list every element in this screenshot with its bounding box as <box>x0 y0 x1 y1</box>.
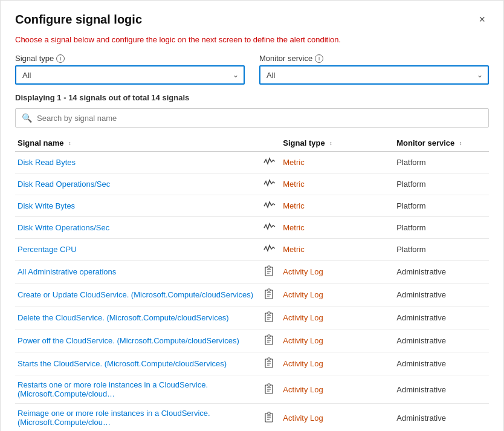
signal-name-link[interactable]: Disk Write Bytes <box>18 201 75 210</box>
monitor-service-label: Monitor service i <box>259 54 489 63</box>
svg-rect-29 <box>268 384 270 386</box>
svg-rect-24 <box>268 358 270 360</box>
filter-row: Signal type i All Metric Activity Log ⌄ … <box>15 54 489 85</box>
activity-log-icon <box>265 334 274 345</box>
signal-icon-cell <box>261 404 280 432</box>
table-row: Starts the CloudService. (Microsoft.Comp… <box>15 352 489 375</box>
signal-type-value: Activity Log <box>283 313 323 322</box>
signal-type-cell: Activity Log <box>280 284 375 306</box>
spacer-cell <box>375 306 394 329</box>
spacer-cell <box>375 404 394 432</box>
signal-name-cell: Restarts one or more role instances in a… <box>15 375 261 404</box>
signal-type-cell: Activity Log <box>280 261 375 284</box>
signal-type-value: Activity Log <box>283 413 323 423</box>
monitor-service-sort-icon[interactable]: ↕ <box>459 141 462 146</box>
spacer-cell <box>375 375 394 404</box>
signal-type-value: Activity Log <box>283 385 323 394</box>
signal-name-link[interactable]: All Administrative operations <box>18 267 116 276</box>
signals-table: Signal name ↕ Signal type ↕ Monitor serv… <box>15 135 489 431</box>
monitor-service-cell: Administrative <box>394 261 489 284</box>
svg-rect-4 <box>268 266 270 268</box>
signal-name-sort-icon[interactable]: ↕ <box>68 141 71 146</box>
info-text: Choose a signal below and configure the … <box>15 35 489 44</box>
signal-type-info-icon[interactable]: i <box>56 54 65 63</box>
signal-type-cell: Metric <box>280 152 375 173</box>
signal-type-cell: Metric <box>280 173 375 195</box>
signal-name-link[interactable]: Disk Read Operations/Sec <box>18 180 110 189</box>
signal-type-cell: Metric <box>280 217 375 239</box>
signal-icon-cell <box>261 352 280 375</box>
signal-type-cell: Activity Log <box>280 375 375 404</box>
spacer-cell <box>375 284 394 306</box>
svg-rect-9 <box>268 289 270 291</box>
signal-name-link[interactable]: Starts the CloudService. (Microsoft.Comp… <box>18 359 227 368</box>
spacer-cell <box>375 329 394 352</box>
signal-name-link[interactable]: Disk Write Operations/Sec <box>18 223 109 232</box>
signal-icon-cell <box>261 152 280 173</box>
signal-type-group: Signal type i All Metric Activity Log ⌄ <box>15 54 245 85</box>
signal-type-select-wrapper: All Metric Activity Log ⌄ <box>15 65 245 85</box>
signal-type-cell: Activity Log <box>280 352 375 375</box>
metric-chart-icon <box>263 200 276 210</box>
table-row: Percentage CPUMetricPlatform <box>15 239 489 261</box>
configure-signal-logic-panel: Configure signal logic × Choose a signal… <box>0 0 504 431</box>
signal-type-value: Activity Log <box>283 359 323 368</box>
table-row: Power off the CloudService. (Microsoft.C… <box>15 329 489 352</box>
th-icon <box>261 135 280 152</box>
signal-name-link[interactable]: Disk Read Bytes <box>18 158 76 167</box>
th-icon2 <box>375 135 394 152</box>
signal-icon-cell <box>261 261 280 284</box>
monitor-service-cell: Platform <box>394 152 489 173</box>
signal-icon-cell <box>261 195 280 217</box>
signal-name-link[interactable]: Restarts one or more role instances in a… <box>18 380 208 398</box>
monitor-service-info-icon[interactable]: i <box>315 54 323 63</box>
signal-name-cell: Disk Read Operations/Sec <box>15 173 261 195</box>
activity-log-icon <box>265 311 274 322</box>
signal-icon-cell <box>261 173 280 195</box>
metric-chart-icon <box>263 244 276 253</box>
signal-icon-cell <box>261 375 280 404</box>
signal-icon-cell <box>261 284 280 306</box>
svg-rect-14 <box>268 312 270 314</box>
metric-chart-icon <box>263 222 276 232</box>
signal-name-cell: Disk Write Operations/Sec <box>15 217 261 239</box>
signal-icon-cell <box>261 239 280 261</box>
table-row: Create or Update CloudService. (Microsof… <box>15 284 489 306</box>
signal-name-link[interactable]: Power off the CloudService. (Microsoft.C… <box>18 336 239 345</box>
signal-type-cell: Metric <box>280 239 375 261</box>
activity-log-icon <box>265 412 274 423</box>
signal-type-value: Activity Log <box>283 336 323 345</box>
signal-name-cell: Starts the CloudService. (Microsoft.Comp… <box>15 352 261 375</box>
metric-chart-icon <box>263 178 276 188</box>
monitor-service-cell: Administrative <box>394 404 489 432</box>
signal-type-value: Metric <box>283 223 304 232</box>
signal-name-link[interactable]: Percentage CPU <box>18 245 77 254</box>
signal-type-value: Metric <box>283 245 304 254</box>
monitor-service-group: Monitor service i All Platform Administr… <box>259 54 489 85</box>
monitor-service-cell: Administrative <box>394 329 489 352</box>
signal-type-cell: Activity Log <box>280 404 375 432</box>
close-button[interactable]: × <box>475 13 489 26</box>
signal-name-link[interactable]: Create or Update CloudService. (Microsof… <box>18 290 253 299</box>
panel-title: Configure signal logic <box>15 13 142 27</box>
signal-name-link[interactable]: Delete the CloudService. (Microsoft.Comp… <box>18 313 229 322</box>
signal-icon-cell <box>261 217 280 239</box>
monitor-service-cell: Administrative <box>394 306 489 329</box>
activity-log-icon <box>265 383 274 394</box>
signal-name-link[interactable]: Reimage one or more role instances in a … <box>18 409 210 427</box>
monitor-service-select[interactable]: All Platform Administrative <box>259 65 489 85</box>
signal-type-value: Metric <box>283 180 304 189</box>
signal-type-value: Activity Log <box>283 290 323 299</box>
activity-log-icon <box>265 265 274 276</box>
table-header: Signal name ↕ Signal type ↕ Monitor serv… <box>15 135 489 152</box>
spacer-cell <box>375 239 394 261</box>
table-row: Restarts one or more role instances in a… <box>15 375 489 404</box>
signal-name-cell: All Administrative operations <box>15 261 261 284</box>
signal-type-value: Metric <box>283 158 304 167</box>
signal-type-sort-icon[interactable]: ↕ <box>329 141 332 146</box>
search-input[interactable] <box>37 114 482 123</box>
svg-rect-19 <box>268 335 270 337</box>
signal-type-select[interactable]: All Metric Activity Log <box>15 65 245 85</box>
signal-icon-cell <box>261 306 280 329</box>
signal-name-cell: Disk Read Bytes <box>15 152 261 173</box>
